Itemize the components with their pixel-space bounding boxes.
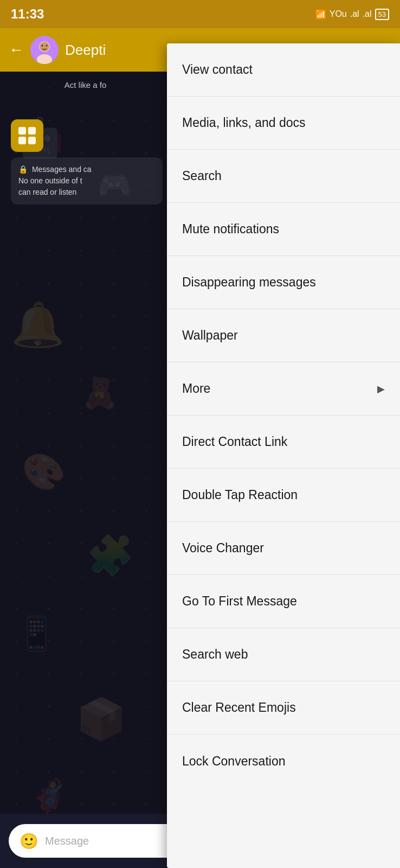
avatar-dot-3 (18, 137, 26, 144)
svg-point-4 (42, 45, 43, 47)
menu-item-label-3: Mute notifications (182, 222, 279, 237)
menu-item-0[interactable]: View contact (167, 43, 400, 97)
menu-item-1[interactable]: Media, links, and docs (167, 97, 400, 150)
deco-icon-7: 📱 (16, 614, 57, 653)
menu-item-label-13: Lock Conversation (182, 754, 286, 769)
deco-icon-5: 🎨 (22, 451, 66, 493)
menu-item-label-6: More (182, 381, 210, 396)
menu-item-7[interactable]: Direct Contact Link (167, 416, 400, 469)
deco-icon-8: 📦 (76, 695, 127, 743)
battery-level: 53 (378, 10, 386, 18)
avatar (30, 36, 59, 64)
status-icons: 📶 YOu .al .al 53 (315, 9, 389, 20)
menu-item-label-11: Search web (182, 647, 248, 662)
avatar-dot-2 (28, 127, 36, 135)
menu-item-label-5: Wallpaper (182, 328, 238, 343)
menu-item-3[interactable]: Mute notifications (167, 203, 400, 256)
menu-item-label-12: Clear Recent Emojis (182, 700, 296, 715)
signal-icon1: .al (350, 9, 359, 19)
deco-icon-3: 🔔 (11, 299, 65, 350)
emoji-icon[interactable]: 🙂 (20, 832, 38, 850)
security-text: Messages and caNo one outside of tcan re… (18, 165, 92, 196)
menu-item-arrow-6: ▶ (377, 383, 385, 395)
menu-item-label-0: View contact (182, 62, 253, 77)
avatar-dot-1 (18, 127, 26, 135)
deco-icon-9: 🦸 (27, 777, 71, 814)
menu-item-11[interactable]: Search web (167, 628, 400, 681)
signal-icon2: .al (363, 9, 372, 19)
deco-icon-6: 🧩 (87, 533, 134, 577)
menu-item-label-10: Go To First Message (182, 594, 297, 609)
menu-item-label-8: Double Tap Reaction (182, 488, 298, 502)
deco-icon-4: 🧸 (81, 375, 119, 411)
security-message: 🔒 Messages and caNo one outside of tcan … (11, 157, 163, 205)
context-menu: View contactMedia, links, and docsSearch… (167, 43, 400, 868)
svg-point-5 (46, 45, 48, 47)
menu-item-label-9: Voice Changer (182, 541, 264, 556)
battery-indicator: 53 (375, 9, 389, 20)
status-bar: 11:33 📶 YOu .al .al 53 (0, 0, 400, 28)
wifi-icon: 📶 (315, 9, 326, 20)
status-time: 11:33 (11, 7, 44, 22)
avatar-image (30, 36, 59, 64)
menu-item-10[interactable]: Go To First Message (167, 575, 400, 628)
chat-avatar-icon (11, 119, 43, 152)
menu-item-8[interactable]: Double Tap Reaction (167, 469, 400, 522)
network-icon: YOu (330, 9, 347, 19)
chat-subtitle: Act like a fo (0, 76, 171, 94)
back-button[interactable]: ← (9, 41, 24, 59)
menu-item-label-1: Media, links, and docs (182, 116, 306, 130)
avatar-dot-4 (28, 137, 36, 144)
menu-item-label-4: Disappearing messages (182, 275, 316, 290)
menu-item-label-2: Search (182, 169, 222, 183)
lock-icon: 🔒 (18, 165, 28, 174)
menu-item-4[interactable]: Disappearing messages (167, 256, 400, 309)
menu-item-13[interactable]: Lock Conversation (167, 735, 400, 788)
menu-item-6[interactable]: More▶ (167, 362, 400, 416)
menu-item-label-7: Direct Contact Link (182, 435, 287, 449)
svg-point-3 (40, 42, 49, 52)
menu-item-2[interactable]: Search (167, 150, 400, 203)
menu-item-12[interactable]: Clear Recent Emojis (167, 681, 400, 735)
menu-item-5[interactable]: Wallpaper (167, 309, 400, 362)
menu-item-9[interactable]: Voice Changer (167, 522, 400, 575)
